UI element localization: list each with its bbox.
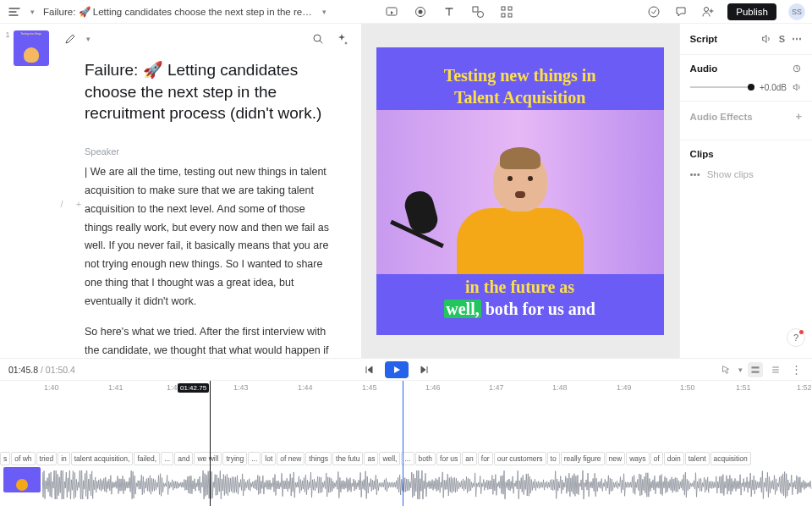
gutter-slash-icon[interactable]: / [56, 198, 68, 210]
svg-rect-6 [508, 7, 512, 10]
word-chip[interactable]: ... [161, 452, 173, 465]
waveform[interactable] [42, 470, 812, 499]
speaker-icon[interactable] [760, 33, 772, 45]
gutter-plus-icon[interactable]: + [73, 198, 85, 210]
add-effect-icon[interactable]: + [795, 110, 802, 123]
transcript-paragraph-1[interactable]: | We are all the time, testing out new t… [85, 163, 336, 311]
svg-point-9 [649, 7, 659, 17]
word-chip[interactable]: new [606, 452, 626, 465]
next-button[interactable] [417, 362, 432, 377]
menu-chevron[interactable]: ▾ [30, 8, 35, 16]
apps-icon[interactable] [499, 4, 514, 19]
word-chip[interactable]: lot [261, 452, 276, 465]
word-chip[interactable]: tried [36, 452, 58, 465]
check-icon[interactable] [646, 4, 661, 19]
audio-section-title: Audio [690, 63, 718, 74]
time-display: 01:45.8 / 01:50.4 [8, 365, 75, 375]
word-chip[interactable]: acquisition [710, 452, 751, 465]
word-chip[interactable]: an [462, 452, 476, 465]
speaker-label[interactable]: Speaker [85, 146, 336, 157]
ruler-tick: 1:44 [298, 383, 313, 392]
sparkle-icon[interactable] [334, 31, 349, 47]
word-chip[interactable]: in [58, 452, 70, 465]
preview-column: Testing new things in Talent Acquisition… [361, 24, 679, 358]
word-chip[interactable]: of [650, 452, 663, 465]
effects-section-title[interactable]: Audio Effects [690, 112, 753, 122]
preview-bottom-caption: in the future as well, both for us and [376, 276, 664, 320]
word-chip[interactable]: as [364, 452, 378, 465]
word-chip[interactable]: for us [436, 452, 461, 465]
document-title[interactable]: Failure: 🚀 Letting candidates choose the… [85, 59, 336, 124]
word-chip[interactable]: things [305, 452, 332, 465]
record-icon[interactable] [413, 4, 428, 19]
volume-icon[interactable] [792, 82, 802, 92]
video-preview[interactable]: Testing new things in Talent Acquisition… [376, 47, 664, 335]
avatar[interactable]: SS [788, 3, 805, 20]
history-icon[interactable] [792, 63, 802, 74]
word-chip[interactable]: talent acquisition, [71, 452, 134, 465]
volume-slider[interactable] [690, 86, 754, 88]
word-chip[interactable]: doin [664, 452, 684, 465]
ruler-tick: 1:52 [797, 383, 812, 392]
word-chip[interactable]: our customers [494, 452, 546, 465]
word-chip[interactable]: to [547, 452, 560, 465]
prev-button[interactable] [361, 362, 376, 377]
word-chip[interactable]: the futu [332, 452, 363, 465]
transcript-paragraph-2[interactable]: So here's what we tried. After the first… [85, 323, 336, 358]
cursor-chevron[interactable]: ▾ [738, 366, 743, 374]
title-chevron[interactable]: ▾ [322, 8, 326, 16]
show-clips-toggle[interactable]: Show clips [707, 169, 754, 179]
help-button[interactable]: ? [787, 328, 805, 347]
svg-rect-7 [502, 14, 505, 17]
video-clip-thumb[interactable] [3, 467, 41, 492]
word-chip[interactable]: of wh [11, 452, 35, 465]
ruler-tick: 1:50 [680, 383, 695, 392]
word-chip[interactable]: talent [685, 452, 710, 465]
view-mode-2-icon[interactable] [768, 362, 783, 377]
main-area: 1 Testing new things ▾ Failure: 🚀 Lettin… [0, 24, 812, 358]
playhead[interactable] [210, 381, 211, 506]
word-chip[interactable]: and [174, 452, 193, 465]
word-chip[interactable]: trying [222, 452, 247, 465]
view-mode-1-icon[interactable] [748, 362, 763, 377]
word-chip[interactable]: failed, [134, 452, 160, 465]
panel-title: Script [690, 34, 718, 44]
timeline-more-icon[interactable]: ⋮ [788, 362, 804, 377]
ruler-tick: 1:41 [108, 383, 123, 392]
thumb-number: 1 [6, 30, 10, 39]
timeline-ruler[interactable]: 1:401:411:421:431:441:451:461:471:481:49… [0, 381, 812, 396]
search-icon[interactable] [310, 31, 326, 47]
scene-thumb-1[interactable]: Testing new things [14, 30, 49, 66]
word-chip[interactable]: really figure [561, 452, 605, 465]
play-button[interactable] [385, 361, 409, 378]
cursor-mode-icon[interactable] [718, 362, 733, 377]
project-title[interactable]: Failure: 🚀 Letting candidates choose the… [43, 6, 314, 18]
word-chip[interactable]: s [0, 452, 10, 465]
pen-icon[interactable] [63, 31, 78, 47]
word-chip[interactable]: of new [277, 452, 304, 465]
strikethrough-icon[interactable]: S [779, 34, 785, 44]
word-chip[interactable]: well, [379, 452, 400, 465]
shapes-icon[interactable] [470, 4, 486, 19]
add-user-icon[interactable] [700, 4, 716, 19]
word-track[interactable]: sof whtriedintalent acquisition,failed,.… [0, 452, 812, 465]
word-chip[interactable]: both [415, 452, 436, 465]
publish-button[interactable]: Publish [727, 3, 776, 20]
word-chip[interactable]: ways [626, 452, 649, 465]
word-chip[interactable]: for [478, 452, 493, 465]
word-chip[interactable]: we will [194, 452, 222, 465]
menu-icon[interactable] [7, 4, 22, 19]
screen-icon[interactable] [384, 4, 399, 19]
timeline[interactable]: 1:401:411:421:431:441:451:461:471:481:49… [0, 380, 812, 506]
comment-icon[interactable] [673, 4, 689, 19]
ruler-tick: 1:43 [233, 383, 249, 392]
word-chip[interactable]: ... [248, 452, 261, 465]
clips-more-icon[interactable]: ••• [690, 169, 700, 179]
pen-chevron[interactable]: ▾ [86, 35, 91, 43]
svg-rect-8 [508, 14, 512, 17]
svg-point-2 [419, 9, 423, 14]
ruler-tick: 1:45 [362, 383, 377, 392]
svg-point-4 [478, 11, 484, 17]
more-icon[interactable]: ⋯ [792, 33, 802, 45]
text-icon[interactable] [442, 4, 457, 19]
